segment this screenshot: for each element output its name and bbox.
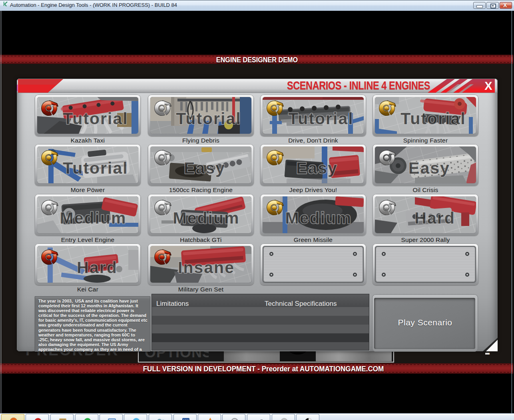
svg-text:Easy: Easy: [296, 159, 338, 177]
svg-text:Insane: Insane: [178, 258, 235, 277]
svg-text:Medium: Medium: [173, 209, 240, 227]
svg-text:W: W: [183, 418, 189, 420]
svg-text:X: X: [484, 79, 492, 92]
svg-text:Easy: Easy: [408, 159, 450, 177]
svg-text:Tutorial: Tutorial: [63, 109, 128, 128]
svg-text:Tutorial: Tutorial: [288, 109, 353, 128]
svg-text:Easy: Easy: [184, 159, 225, 177]
svg-text:Tutorial: Tutorial: [63, 159, 128, 177]
svg-text:Medium: Medium: [285, 209, 352, 227]
svg-text:Medium: Medium: [60, 209, 127, 227]
svg-text:Hard: Hard: [77, 258, 117, 277]
svg-text:Hard: Hard: [414, 209, 455, 227]
svg-text:Tutorial: Tutorial: [176, 109, 241, 128]
svg-text:Tutorial: Tutorial: [400, 109, 466, 128]
